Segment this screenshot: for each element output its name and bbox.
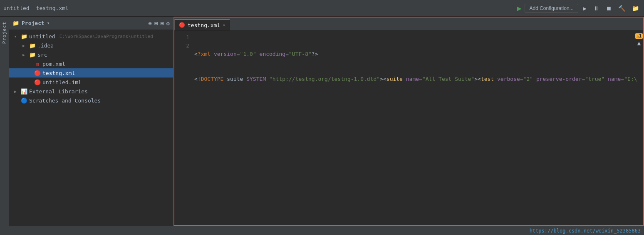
scroll-up-icon[interactable]: ▲ — [637, 40, 641, 46]
tree-item-iml[interactable]: 🔴 untitled.iml — [9, 78, 173, 87]
tree-arrow-idea: ▶ — [22, 43, 27, 48]
tree-item-src[interactable]: ▶ 📁 src — [9, 50, 173, 59]
run-icon[interactable]: ▶ — [517, 4, 522, 12]
add-configuration-button[interactable]: Add Configuration... — [525, 4, 578, 13]
scratch-icon: 🔵 — [21, 98, 27, 104]
tree-item-pom[interactable]: m pom.xml — [9, 59, 173, 68]
tree-item-idea[interactable]: ▶ 📁 .idea — [9, 41, 173, 50]
tab-label-testng: testng.xml — [188, 22, 220, 28]
top-toolbar: untitled testng.xml ▶ Add Configuration.… — [0, 0, 644, 17]
iml-icon: 🔴 — [34, 79, 41, 85]
editor-tabs: 🔴 testng.xml × — [174, 18, 643, 31]
editor-content: 1 2 <?xml version="1.0" encoding="UTF-8"… — [174, 31, 643, 225]
warning-badge: ⚠1 — [635, 33, 643, 39]
add-action-icon[interactable]: ⊕ — [148, 20, 151, 27]
code-line-2: <!DOCTYPE suite SYSTEM "http://testng.or… — [194, 75, 640, 83]
editor-tab-testng[interactable]: 🔴 testng.xml × — [174, 19, 230, 30]
project-header-title: Project — [22, 20, 45, 26]
code-area[interactable]: <?xml version="1.0" encoding="UTF-8"?> <… — [191, 31, 643, 225]
expand-action-icon[interactable]: ⊞ — [160, 20, 163, 27]
sidebar-strip-label[interactable]: Project — [2, 22, 7, 44]
build-button[interactable]: 🔨 — [617, 4, 627, 12]
tree-label-iml: untitled.iml — [42, 79, 82, 85]
line-numbers: 1 2 — [174, 31, 191, 225]
tree-arrow-src: ▶ — [22, 52, 27, 57]
tree-label-extlibs: External Libraries — [29, 88, 88, 95]
line-number-1: 1 — [176, 33, 189, 42]
tree-label-src: src — [37, 52, 47, 58]
tree-item-extlibs[interactable]: ▶ 📊 External Libraries — [9, 87, 173, 96]
project-header-arrow[interactable]: ▾ — [47, 20, 50, 26]
main-content: Project 📁 Project ▾ ⊕ ⊟ ⊞ ⚙ ▾ 📁 untitled… — [0, 17, 644, 226]
editor-area: 🔴 testng.xml × 1 2 <?xml version="1.0" e… — [173, 17, 644, 226]
toolbar-right: ▶ Add Configuration... ▶ ⏸ ⏹ 🔨 📁 — [517, 4, 641, 13]
settings-action-icon[interactable]: ⚙ — [166, 20, 170, 27]
stop-button[interactable]: ⏹ — [604, 4, 613, 12]
collapse-action-icon[interactable]: ⊟ — [154, 20, 158, 27]
tree-arrow-extlibs: ▶ — [14, 89, 19, 94]
tree-label-root: untitled — [29, 33, 55, 40]
tree-label-idea: .idea — [37, 42, 54, 49]
tab-close-testng[interactable]: × — [223, 22, 225, 28]
tree-arrow-root: ▾ — [14, 34, 19, 39]
maven-icon-pom: m — [34, 61, 41, 67]
sidebar-strip[interactable]: Project — [0, 17, 9, 226]
tree-label-scratches: Scratches and Consoles — [29, 98, 101, 104]
tab-icon-testng: 🔴 — [179, 22, 185, 28]
tree-label-testng: testng.xml — [42, 70, 75, 76]
tree-item-testng[interactable]: 🔴 testng.xml — [9, 68, 173, 78]
debug-button[interactable]: ⏸ — [592, 4, 601, 12]
app-title: untitled — [3, 5, 30, 11]
code-line-1: <?xml version="1.0" encoding="UTF-8"?> — [194, 50, 640, 58]
tree-item-root[interactable]: ▾ 📁 untitled E:\WorkSpace\JavaPrograms\u… — [9, 32, 173, 41]
extlibs-icon: 📊 — [21, 88, 27, 95]
open-button[interactable]: 📁 — [630, 4, 641, 12]
tree-path-root: E:\WorkSpace\JavaPrograms\untitled — [59, 34, 153, 39]
tree-item-scratches[interactable]: 🔵 Scratches and Consoles — [9, 96, 173, 105]
editor-gutter-right: ⚠1 ▲ — [635, 31, 643, 46]
project-tree: ▾ 📁 untitled E:\WorkSpace\JavaPrograms\u… — [9, 30, 173, 226]
run-button[interactable]: ▶ — [582, 4, 588, 12]
project-header: 📁 Project ▾ ⊕ ⊟ ⊞ ⚙ — [9, 17, 173, 30]
line-number-2: 2 — [176, 42, 189, 50]
project-panel: 📁 Project ▾ ⊕ ⊟ ⊞ ⚙ ▾ 📁 untitled E:\Work… — [9, 17, 173, 226]
bottom-bar: https://blog.csdn.net/weixin_52385863 — [0, 226, 644, 235]
bottom-bar-url: https://blog.csdn.net/weixin_52385863 — [530, 228, 641, 234]
tree-label-pom: pom.xml — [42, 61, 65, 67]
folder-icon-root: 📁 — [21, 33, 27, 40]
xml-icon-testng: 🔴 — [34, 70, 41, 76]
folder-icon-src: 📁 — [29, 52, 36, 58]
folder-icon-idea: 📁 — [29, 42, 36, 49]
folder-icon: 📁 — [12, 20, 19, 26]
project-header-actions: ⊕ ⊟ ⊞ ⚙ — [148, 20, 170, 27]
toolbar-filename: testng.xml — [36, 5, 69, 11]
